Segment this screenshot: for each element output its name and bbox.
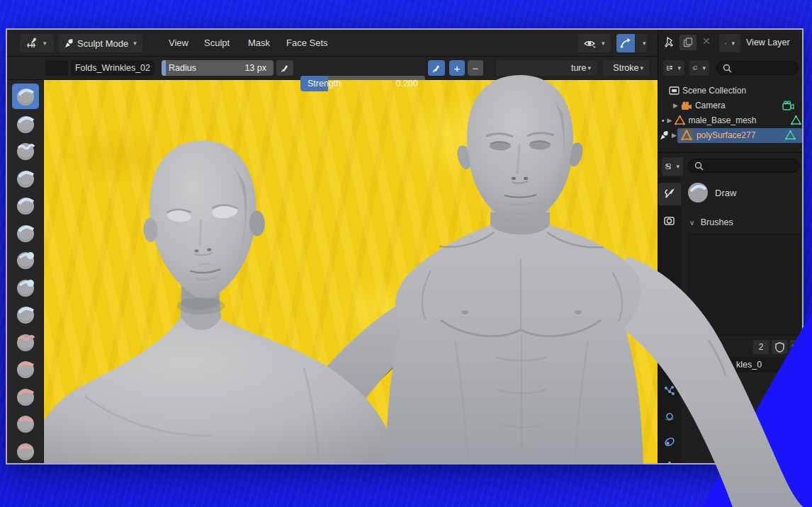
outliner-row-male-base-mesh[interactable]: • ▶ male_Base_mesh xyxy=(658,113,802,127)
mode-selector[interactable]: Sculpt Mode xyxy=(58,34,142,52)
viewport-3d[interactable] xyxy=(44,80,658,463)
brush-clay-strips-icon xyxy=(15,168,36,189)
properties-search-input[interactable] xyxy=(688,159,800,173)
female-neck-shadow xyxy=(177,297,225,314)
brush-inflate-icon xyxy=(15,249,36,270)
thumbnail-canvas: Sculpt Mode View Sculpt Mask Face Sets xyxy=(0,0,812,507)
radius-pressure-button[interactable] xyxy=(276,60,293,76)
tab-tool[interactable] xyxy=(658,183,681,205)
proportional-falloff-button[interactable] xyxy=(616,34,635,52)
brush-draw-icon xyxy=(15,86,36,107)
radius-value: 13 px xyxy=(244,63,266,73)
filter-button[interactable] xyxy=(663,60,684,76)
brush-blob-button[interactable] xyxy=(12,275,39,300)
brush-name-field[interactable]: Folds_Wrinkles_02 xyxy=(71,60,154,76)
expand-arrow-icon[interactable]: ▶ xyxy=(667,117,672,124)
dot-icon: • xyxy=(662,117,665,125)
expand-arrow-icon[interactable]: ▶ xyxy=(673,102,678,109)
tab-physics[interactable] xyxy=(658,405,681,428)
falloff-dropdown[interactable] xyxy=(636,34,647,52)
tab-render[interactable] xyxy=(658,210,681,232)
sculpt-brush-toolbar xyxy=(7,80,44,463)
properties-icon xyxy=(665,161,671,171)
filter-tree-icon xyxy=(667,64,672,72)
strength-pressure-button[interactable] xyxy=(428,60,445,76)
radius-slider[interactable]: Radius 13 px xyxy=(162,60,274,76)
brush-preview-box[interactable] xyxy=(45,60,68,76)
menu-face-sets[interactable]: Face Sets xyxy=(282,30,332,57)
editor-divider[interactable] xyxy=(658,152,803,153)
expand-arrow-icon[interactable]: ▶ xyxy=(672,132,677,139)
brush-pinch-button[interactable] xyxy=(12,411,39,436)
pen-pressure-icon xyxy=(280,63,290,73)
tab-modifiers[interactable] xyxy=(658,354,681,377)
brush-subtract-button[interactable]: − xyxy=(468,60,483,76)
brush-clay-strips-button[interactable] xyxy=(12,166,39,191)
search-icon xyxy=(694,161,704,171)
fake-user-button[interactable] xyxy=(772,340,787,354)
brush-blob-icon xyxy=(15,277,36,298)
camera-data-icon xyxy=(782,101,794,111)
pen-pressure-icon xyxy=(432,63,441,73)
brush-pinch-icon xyxy=(15,413,36,434)
brush-inflate-button[interactable] xyxy=(12,247,39,273)
brush-settings-header[interactable]: ∨ Bru xyxy=(689,382,714,395)
brush-draw-button[interactable] xyxy=(12,84,39,109)
tab-particles[interactable] xyxy=(658,380,681,402)
outliner-display-button[interactable] xyxy=(689,60,709,76)
stroke-dropdown[interactable]: Stroke xyxy=(602,60,649,76)
brush-clay-thumb-icon xyxy=(15,195,36,216)
brush-grab-icon xyxy=(15,440,36,462)
properties-editor-button[interactable] xyxy=(662,157,683,176)
outliner-row-scene-collection[interactable]: Scene Collection xyxy=(658,84,802,98)
chevron-down-icon: ∨ xyxy=(689,219,694,227)
blender-window: Sculpt Mode View Sculpt Mask Face Sets xyxy=(6,28,803,465)
brush-gallery[interactable] xyxy=(688,234,800,336)
particles-icon xyxy=(663,384,676,397)
shield-icon xyxy=(775,342,784,353)
render-icon xyxy=(663,215,676,227)
display-mode-button[interactable] xyxy=(719,34,740,52)
strength-value: 0.200 xyxy=(396,79,418,89)
brush-flatten-button[interactable] xyxy=(12,356,39,382)
brush-smooth-button[interactable] xyxy=(12,329,39,355)
chevron-down-icon: ∨ xyxy=(689,386,694,394)
brush-draw-sharp-button[interactable] xyxy=(12,111,39,137)
sculpt-mode-pen-icon xyxy=(659,130,669,141)
copy-button[interactable] xyxy=(680,35,697,50)
brush-clay-thumb-button[interactable] xyxy=(12,193,39,218)
brush-clay-icon xyxy=(15,140,36,161)
brush-crease-icon xyxy=(15,304,36,325)
mode-label: Sculpt Mode xyxy=(77,38,128,49)
brush-scrape-button[interactable] xyxy=(12,384,39,409)
outliner-row-camera[interactable]: ▶ Camera xyxy=(658,98,802,113)
image-stack-icon xyxy=(725,39,726,48)
strength-label: Strength xyxy=(308,79,341,89)
outliner-search-input[interactable] xyxy=(716,61,799,75)
view-layer-label: View Layer xyxy=(746,38,790,47)
tab-constraints[interactable] xyxy=(658,431,681,453)
image-stack-icon xyxy=(693,64,697,72)
editor-type-button[interactable] xyxy=(20,34,54,52)
active-brush-thumbnail[interactable] xyxy=(688,183,708,203)
brushes-section-header[interactable]: ∨ Brushes xyxy=(689,215,733,228)
brush-add-button[interactable]: + xyxy=(449,60,465,76)
brush-clay-button[interactable] xyxy=(12,138,39,164)
brush-smooth-icon xyxy=(15,331,36,353)
brush-grab-button[interactable] xyxy=(12,438,39,464)
tab-object-data[interactable] xyxy=(658,456,681,465)
brush-layer-button[interactable] xyxy=(12,220,39,246)
active-brush-label: Draw xyxy=(715,188,736,198)
radius-label: Radius xyxy=(169,63,196,73)
pin-icon[interactable] xyxy=(663,36,675,52)
close-icon[interactable]: ✕ xyxy=(702,35,711,47)
visibility-dropdown[interactable] xyxy=(578,34,611,52)
modifiers-icon xyxy=(663,359,676,372)
menu-view[interactable]: View xyxy=(164,30,193,57)
texture-dropdown[interactable]: ture xyxy=(496,60,597,76)
menu-sculpt[interactable]: Sculpt xyxy=(200,30,234,57)
brush-crease-button[interactable] xyxy=(12,302,39,327)
users-count-button[interactable]: 2 xyxy=(753,340,769,354)
menu-mask[interactable]: Mask xyxy=(244,30,274,57)
outliner-row-polysurface277[interactable]: ▶ polySurface277 xyxy=(658,128,802,142)
